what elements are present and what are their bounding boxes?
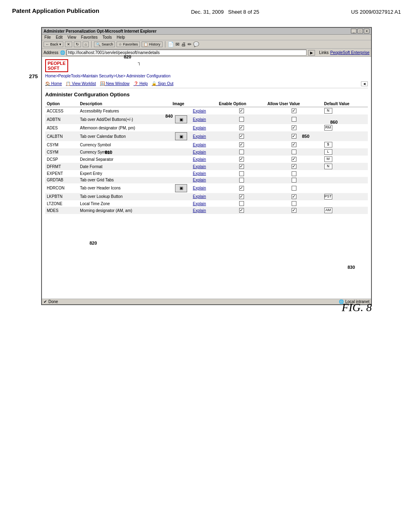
cell-explain[interactable]: Explain	[191, 124, 217, 131]
cell-allow-user[interactable]	[266, 107, 323, 115]
explain-link[interactable]: Explain	[193, 134, 206, 139]
cell-allow-user[interactable]	[266, 114, 323, 124]
explain-link[interactable]: Explain	[193, 150, 206, 154]
enable-option-checkbox[interactable]	[239, 125, 244, 130]
peoplesoft-link[interactable]: PeopleSoft Enterprise	[330, 50, 369, 55]
allow-user-checkbox[interactable]	[292, 157, 296, 162]
cell-allow-user[interactable]	[266, 207, 323, 214]
cell-explain[interactable]: Explain	[191, 107, 217, 115]
stop-button[interactable]: ✕	[65, 42, 72, 47]
enable-option-checkbox[interactable]	[239, 178, 244, 183]
cell-enable-option[interactable]	[217, 107, 266, 115]
default-value-field[interactable]: AM	[324, 208, 332, 213]
explain-link[interactable]: Explain	[193, 171, 206, 176]
menu-file[interactable]: File	[44, 35, 51, 39]
address-input[interactable]	[67, 50, 307, 56]
menu-help[interactable]: Help	[117, 35, 125, 39]
cell-enable-option[interactable]	[217, 114, 266, 124]
explain-link[interactable]: Explain	[193, 157, 206, 162]
default-value-field[interactable]: RM	[324, 125, 332, 131]
menu-view[interactable]: View	[67, 35, 76, 39]
toolbar-icon-4[interactable]: ✏	[188, 42, 192, 47]
cell-explain[interactable]: Explain	[191, 114, 217, 124]
cell-allow-user[interactable]	[266, 170, 323, 177]
enable-option-checkbox[interactable]	[239, 108, 244, 113]
explain-link[interactable]: Explain	[193, 117, 206, 122]
cell-enable-option[interactable]	[217, 124, 266, 131]
menu-tools[interactable]: Tools	[102, 35, 112, 39]
cell-allow-user[interactable]	[266, 124, 323, 131]
cell-explain[interactable]: Explain	[191, 156, 217, 163]
allow-user-checkbox[interactable]	[292, 108, 296, 113]
scroll-right-btn[interactable]: ◄	[361, 81, 368, 86]
toolbar-icon-1[interactable]: 📄	[168, 42, 174, 47]
cell-explain[interactable]: Explain	[191, 183, 217, 193]
enable-option-checkbox[interactable]	[239, 134, 244, 139]
cell-allow-user[interactable]	[266, 177, 323, 183]
new-window-link[interactable]: 🪟 New Window	[100, 81, 129, 86]
explain-link[interactable]: Explain	[193, 178, 206, 182]
enable-option-checkbox[interactable]	[239, 208, 244, 213]
explain-link[interactable]: Explain	[193, 126, 206, 130]
explain-link[interactable]: Explain	[193, 143, 206, 147]
cell-enable-option[interactable]	[217, 131, 266, 141]
cell-enable-option[interactable]	[217, 207, 266, 214]
menu-edit[interactable]: Edit	[56, 35, 63, 39]
minimize-button[interactable]: _	[351, 29, 357, 33]
enable-option-checkbox[interactable]	[239, 171, 244, 176]
cell-enable-option[interactable]	[217, 163, 266, 170]
cell-allow-user[interactable]	[266, 183, 323, 193]
cell-enable-option[interactable]	[217, 183, 266, 193]
explain-link[interactable]: Explain	[193, 194, 206, 199]
default-value-field[interactable]: PST	[324, 194, 332, 200]
allow-user-checkbox[interactable]	[292, 150, 296, 154]
default-value-field[interactable]: $	[324, 142, 332, 148]
cell-enable-option[interactable]	[217, 193, 266, 200]
explain-link[interactable]: Explain	[193, 186, 206, 190]
toolbar-icon-3[interactable]: 🖨	[181, 42, 186, 47]
enable-option-checkbox[interactable]	[239, 201, 244, 206]
toolbar-icon-5[interactable]: 💬	[193, 42, 199, 47]
cell-allow-user[interactable]	[266, 200, 323, 207]
allow-user-checkbox[interactable]	[292, 117, 296, 122]
go-button[interactable]: ▶	[308, 50, 315, 56]
allow-user-checkbox[interactable]	[292, 171, 296, 176]
search-button[interactable]: 🔍 Search	[94, 42, 115, 47]
refresh-button[interactable]: ↻	[74, 42, 81, 47]
home-link[interactable]: 🏠 Home	[45, 81, 62, 86]
home-button[interactable]: ⌂	[83, 42, 89, 47]
cell-allow-user[interactable]	[266, 148, 323, 156]
cell-allow-user[interactable]	[266, 163, 323, 170]
enable-option-checkbox[interactable]	[239, 117, 244, 122]
allow-user-checkbox[interactable]	[292, 208, 296, 213]
menu-favorites[interactable]: Favorites	[81, 35, 98, 39]
cell-enable-option[interactable]	[217, 148, 266, 156]
enable-option-checkbox[interactable]	[239, 150, 244, 154]
explain-link[interactable]: Explain	[193, 208, 206, 213]
cell-explain[interactable]: Explain	[191, 141, 217, 148]
favorites-button[interactable]: ☆ Favorites	[117, 42, 140, 47]
cell-enable-option[interactable]	[217, 156, 266, 163]
cell-enable-option[interactable]	[217, 177, 266, 183]
cell-explain[interactable]: Explain	[191, 163, 217, 170]
view-worklist-link[interactable]: 📋 View Worklist	[66, 81, 96, 86]
cell-explain[interactable]: Explain	[191, 131, 217, 141]
close-button[interactable]: ✕	[364, 29, 369, 33]
allow-user-checkbox[interactable]	[292, 164, 296, 169]
cell-allow-user[interactable]	[266, 141, 323, 148]
browser-window-controls[interactable]: _ □ ✕	[351, 29, 369, 33]
default-value-field[interactable]: N	[324, 164, 332, 169]
back-button[interactable]: ← Back ▾	[44, 42, 63, 47]
default-value-field[interactable]: L	[324, 149, 332, 155]
allow-user-checkbox[interactable]	[292, 134, 296, 139]
default-value-field[interactable]: N	[324, 108, 332, 114]
enable-option-checkbox[interactable]	[239, 164, 244, 169]
explain-link[interactable]: Explain	[193, 109, 206, 113]
cell-enable-option[interactable]	[217, 141, 266, 148]
enable-option-checkbox[interactable]	[239, 142, 244, 147]
cell-explain[interactable]: Explain	[191, 148, 217, 156]
allow-user-checkbox[interactable]	[292, 194, 296, 199]
allow-user-checkbox[interactable]	[292, 178, 296, 183]
cell-allow-user[interactable]	[266, 156, 323, 163]
explain-link[interactable]: Explain	[193, 164, 206, 169]
